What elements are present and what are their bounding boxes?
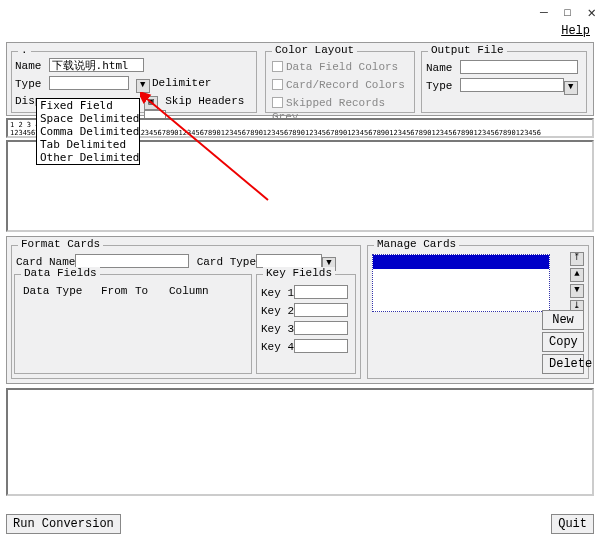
delete-button[interactable]: Delete: [542, 354, 584, 374]
type-label: Type: [15, 78, 41, 90]
move-up-button[interactable]: ▲: [570, 268, 584, 282]
manage-cards-list[interactable]: [372, 254, 550, 312]
minimize-button[interactable]: —: [540, 5, 548, 20]
delimiter-label: Delimiter: [152, 77, 211, 89]
card-name-input[interactable]: [75, 254, 189, 268]
type-option-tab-delimited[interactable]: Tab Delimited: [37, 138, 139, 151]
key3-label: Key 3: [261, 323, 294, 335]
type-dropdown-button[interactable]: ▼: [136, 79, 150, 93]
card-name-label: Card Name: [16, 256, 75, 268]
name-input[interactable]: [49, 58, 144, 72]
data-field-colors-checkbox[interactable]: [272, 61, 283, 72]
new-button[interactable]: New: [542, 310, 584, 330]
type-dropdown-list[interactable]: Fixed Field Space Delimited Comma Delimi…: [36, 98, 140, 165]
move-top-button[interactable]: ⤒: [570, 252, 584, 266]
data-field-colors-label: Data Field Colors: [286, 61, 398, 73]
type-option-space-delimited[interactable]: Space Delimited: [37, 112, 139, 125]
type-option-fixed-field[interactable]: Fixed Field: [37, 99, 139, 112]
log-area: [6, 388, 594, 496]
output-file-title: Output File: [428, 44, 507, 56]
card-record-colors-label: Card/Record Colors: [286, 79, 405, 91]
output-type-label: Type: [426, 80, 452, 92]
format-cards-title: Format Cards: [18, 238, 103, 250]
data-fields-title: Data Fields: [21, 267, 100, 279]
key1-label: Key 1: [261, 287, 294, 299]
type-input[interactable]: [49, 76, 129, 90]
key4-input[interactable]: [294, 339, 348, 353]
type-option-comma-delimited[interactable]: Comma Delimited: [37, 125, 139, 138]
output-type-input[interactable]: [460, 78, 564, 92]
source-title: .: [18, 44, 31, 56]
output-name-label: Name: [426, 62, 452, 74]
key2-label: Key 2: [261, 305, 294, 317]
col-from: From: [101, 285, 135, 297]
skip-headers-label: Skip Headers: [165, 95, 244, 107]
key4-label: Key 4: [261, 341, 294, 353]
manage-cards-title: Manage Cards: [374, 238, 459, 250]
menu-help[interactable]: Help: [561, 24, 590, 38]
copy-button[interactable]: Copy: [542, 332, 584, 352]
card-type-label: Card Type: [197, 256, 256, 268]
close-button[interactable]: ✕: [588, 4, 596, 21]
key2-input[interactable]: [294, 303, 348, 317]
disp-browse-button[interactable]: ▣: [144, 96, 158, 110]
key3-input[interactable]: [294, 321, 348, 335]
move-down-button[interactable]: ▼: [570, 284, 584, 298]
color-layout-title: Color Layout: [272, 44, 357, 56]
skipped-records-grey-checkbox[interactable]: [272, 97, 283, 108]
quit-button[interactable]: Quit: [551, 514, 594, 534]
col-column: Column: [169, 285, 209, 297]
col-data-type: Data Type: [23, 285, 101, 297]
manage-cards-selected[interactable]: [373, 255, 549, 269]
card-record-colors-checkbox[interactable]: [272, 79, 283, 90]
output-type-dropdown-button[interactable]: ▼: [564, 81, 578, 95]
maximize-button[interactable]: ☐: [564, 4, 572, 20]
key1-input[interactable]: [294, 285, 348, 299]
type-option-other-delimited[interactable]: Other Delimited: [37, 151, 139, 164]
name-label: Name: [15, 60, 41, 72]
key-fields-title: Key Fields: [263, 267, 335, 279]
card-type-input[interactable]: [256, 254, 322, 268]
output-name-input[interactable]: [460, 60, 578, 74]
col-to: To: [135, 285, 169, 297]
run-conversion-button[interactable]: Run Conversion: [6, 514, 121, 534]
